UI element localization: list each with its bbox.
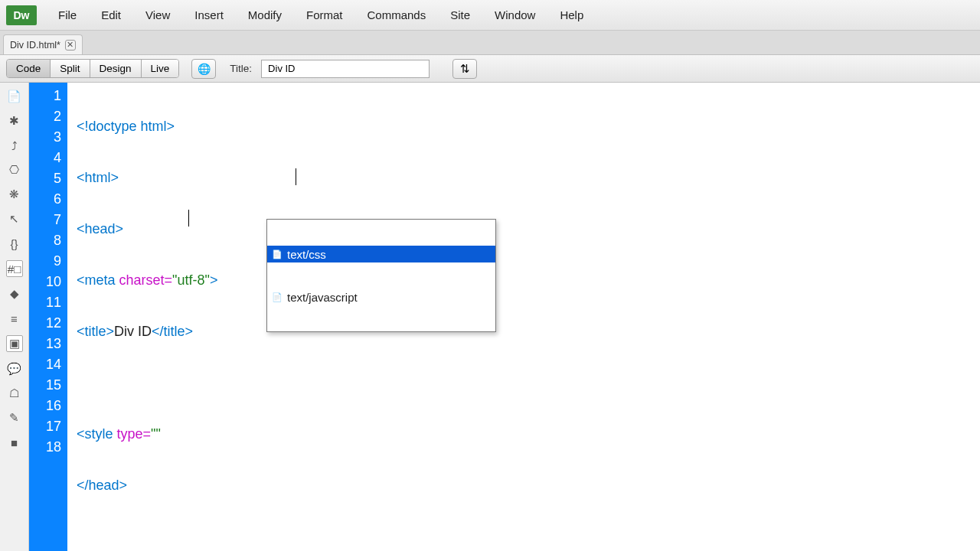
tab-label: Div ID.html*	[10, 40, 60, 51]
format-source-icon[interactable]: ■	[7, 435, 22, 450]
hidden-chars-icon[interactable]: ▣	[6, 335, 23, 352]
line-number: 12	[29, 313, 67, 334]
title-label: Title:	[230, 63, 252, 74]
comment-icon[interactable]: 💬	[7, 361, 22, 377]
menu-site[interactable]: Site	[438, 4, 482, 26]
auto-indent-icon[interactable]: ◆	[7, 286, 22, 302]
collapse-icon[interactable]: ✱	[7, 113, 22, 129]
autocomplete-label: text/javascript	[287, 291, 358, 304]
design-button[interactable]: Design	[90, 60, 142, 77]
recent-snippets-icon[interactable]: ☖	[7, 386, 22, 401]
line-number: 18	[29, 437, 67, 458]
code-text: </head>	[77, 478, 127, 493]
menu-view[interactable]: View	[133, 4, 182, 26]
code-text: <html>	[77, 170, 119, 185]
line-number: 7	[29, 210, 67, 230]
menu-commands[interactable]: Commands	[355, 4, 439, 26]
code-button[interactable]: Code	[7, 60, 51, 77]
code-text: Div ID	[114, 324, 152, 339]
line-number: 1	[29, 86, 67, 106]
line-number: 11	[29, 292, 67, 313]
view-mode-group: Code Split Design Live	[6, 59, 179, 78]
line-number: 5	[29, 168, 67, 189]
highlight-invalid-icon[interactable]: {}	[7, 236, 22, 251]
code-text: </title>	[152, 324, 193, 339]
title-input[interactable]	[261, 60, 430, 78]
code-text: charset=	[119, 272, 173, 288]
syntax-coloring-icon[interactable]: #□	[6, 260, 23, 277]
expand-all-icon[interactable]: ⤴	[7, 138, 22, 153]
caret-icon	[188, 210, 189, 227]
autocomplete-item[interactable]: 📄 text/javascript	[267, 289, 495, 305]
autocomplete-label: text/css	[287, 248, 326, 261]
menu-edit[interactable]: Edit	[89, 4, 133, 26]
code-text: >	[210, 272, 218, 288]
menu-window[interactable]: Window	[482, 4, 547, 26]
balance-braces-icon[interactable]: ❋	[7, 187, 22, 202]
code-area[interactable]: <!doctype html> <html> <head> <meta char…	[67, 83, 980, 551]
file-management-button[interactable]: ⇅	[452, 59, 477, 79]
indent-icon[interactable]: ✎	[7, 410, 22, 425]
close-icon[interactable]: ✕	[65, 40, 76, 51]
line-number: 9	[29, 251, 67, 272]
word-wrap-icon[interactable]: ≡	[7, 311, 22, 326]
code-toolbar: 📄 ✱ ⤴ ⎔ ❋ ↖ {} #□ ◆ ≡ ▣ 💬 ☖ ✎ ■	[0, 83, 29, 551]
text-cursor-icon	[296, 168, 296, 185]
menubar: Dw File Edit View Insert Modify Format C…	[0, 0, 980, 31]
preview-browser-button[interactable]: 🌐	[191, 59, 216, 79]
line-number: 8	[29, 230, 67, 251]
code-text: type=	[117, 426, 152, 442]
autocomplete-item[interactable]: 📄 text/css	[267, 246, 495, 262]
app-logo: Dw	[6, 5, 37, 25]
line-number: 2	[29, 106, 67, 127]
line-number: 15	[29, 375, 67, 396]
live-button[interactable]: Live	[142, 60, 179, 77]
autocomplete-popup: 📄 text/css 📄 text/javascript	[266, 219, 496, 332]
menu-help[interactable]: Help	[547, 4, 596, 26]
document-tabbar: Div ID.html* ✕	[0, 31, 980, 55]
line-numbers-icon[interactable]: ↖	[7, 211, 22, 227]
line-number: 3	[29, 127, 67, 148]
menu-format[interactable]: Format	[294, 4, 355, 26]
line-number: 4	[29, 148, 67, 168]
line-number: 10	[29, 272, 67, 292]
code-text: <style	[77, 426, 117, 442]
code-text: <!doctype html>	[77, 119, 175, 134]
open-documents-icon[interactable]: 📄	[7, 89, 22, 104]
select-parent-icon[interactable]: ⎔	[7, 162, 22, 178]
code-text: <head>	[77, 221, 123, 236]
line-number: 14	[29, 354, 67, 375]
line-number: 16	[29, 396, 67, 416]
code-text: <meta	[77, 272, 119, 288]
globe-icon: 🌐	[198, 63, 211, 75]
code-text: "	[155, 426, 160, 442]
document-tab[interactable]: Div ID.html* ✕	[3, 34, 83, 54]
toolbar: Code Split Design Live 🌐 Title: ⇅	[0, 55, 980, 83]
file-icon: 📄	[272, 292, 283, 302]
split-button[interactable]: Split	[51, 60, 90, 77]
menu-file[interactable]: File	[46, 4, 89, 26]
file-icon: 📄	[272, 249, 283, 259]
menu-modify[interactable]: Modify	[236, 4, 294, 26]
editor: 📄 ✱ ⤴ ⎔ ❋ ↖ {} #□ ◆ ≡ ▣ 💬 ☖ ✎ ■ 1 2 3 4 …	[0, 83, 980, 551]
line-gutter: 1 2 3 4 5 6 7 8 9 10 11 12 13 14 15 16 1…	[29, 83, 67, 551]
line-number: 6	[29, 189, 67, 210]
menu-insert[interactable]: Insert	[182, 4, 236, 26]
code-text: "utf-8"	[172, 272, 210, 288]
line-number: 13	[29, 334, 67, 354]
swap-icon: ⇅	[460, 62, 470, 76]
line-number: 17	[29, 416, 67, 437]
code-text: <title>	[77, 324, 114, 339]
